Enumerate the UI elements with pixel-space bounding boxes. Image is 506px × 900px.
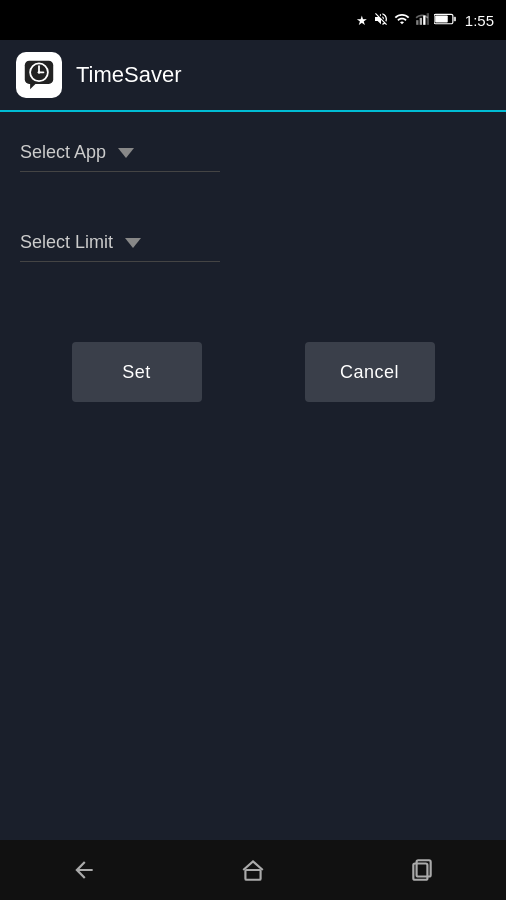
svg-rect-0 [416,20,418,25]
mute-icon [373,11,389,30]
app-logo-inner [19,55,59,95]
back-button[interactable] [54,848,114,892]
battery-icon [434,12,456,29]
home-button[interactable] [223,848,283,892]
app-logo [16,52,62,98]
action-buttons: Set Cancel [20,342,486,402]
recents-button[interactable] [392,848,452,892]
nav-bar [0,840,506,900]
svg-rect-6 [453,16,455,21]
app-title: TimeSaver [76,62,182,88]
select-app-arrow-icon [118,148,134,158]
clock-svg-icon [23,59,55,91]
svg-rect-5 [435,15,448,22]
status-icons: ★ 1:55 [356,11,494,30]
home-icon [240,857,266,883]
svg-rect-2 [423,15,425,24]
set-button[interactable]: Set [72,342,202,402]
select-limit-label: Select Limit [20,232,113,253]
select-limit-dropdown[interactable]: Select Limit [20,232,220,262]
select-limit-container[interactable]: Select Limit [20,232,486,262]
bluetooth-icon: ★ [356,13,368,28]
select-app-container[interactable]: Select App [20,142,486,172]
status-bar: ★ 1:55 [0,0,506,40]
select-app-label: Select App [20,142,106,163]
select-limit-arrow-icon [125,238,141,248]
signal-icon [415,11,429,30]
cancel-button[interactable]: Cancel [305,342,435,402]
svg-rect-13 [245,870,260,880]
svg-rect-3 [426,13,428,25]
wifi-icon [394,11,410,30]
back-icon [71,857,97,883]
status-time: 1:55 [465,12,494,29]
app-header: TimeSaver [0,40,506,112]
main-content: Select App Select Limit Set Cancel [0,112,506,432]
svg-rect-1 [419,17,421,24]
recents-icon [409,857,435,883]
select-app-dropdown[interactable]: Select App [20,142,220,172]
svg-marker-8 [30,84,35,89]
svg-point-12 [38,71,41,74]
